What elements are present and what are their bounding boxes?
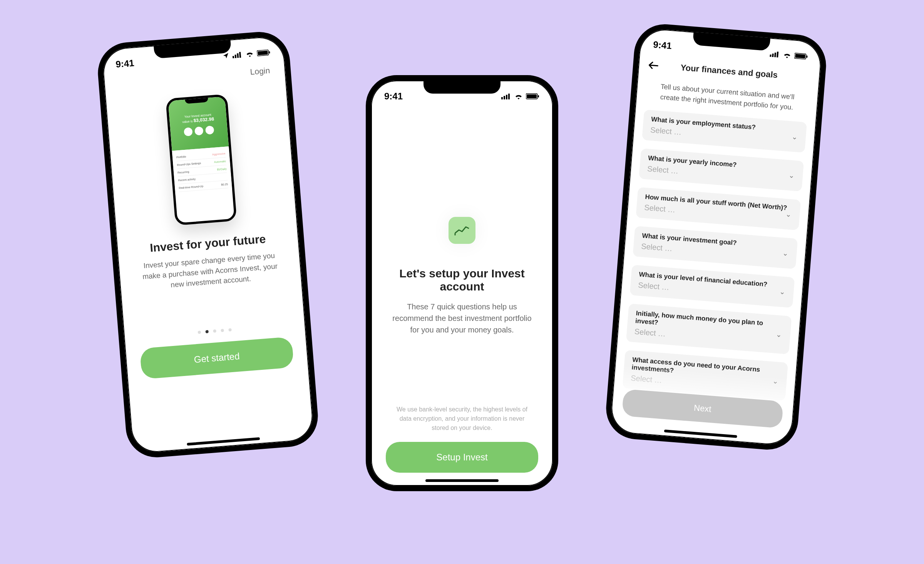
yearly-income-select[interactable]: What is your yearly income? Select … ⌄ bbox=[639, 148, 804, 191]
page-description: These 7 quick questions help us recommen… bbox=[371, 293, 553, 336]
wifi-icon bbox=[783, 52, 792, 59]
page-title: Let's setup your Invest account bbox=[371, 267, 553, 293]
svg-rect-1 bbox=[235, 55, 237, 58]
battery-icon bbox=[794, 53, 808, 60]
cellular-icon bbox=[232, 51, 243, 58]
invest-balance: $3,032.98 bbox=[193, 116, 214, 123]
svg-rect-14 bbox=[770, 54, 771, 57]
page-indicator bbox=[124, 322, 305, 339]
chevron-down-icon: ⌄ bbox=[791, 132, 798, 141]
svg-rect-17 bbox=[777, 52, 778, 57]
list-value: Aggressive bbox=[212, 152, 226, 156]
svg-rect-13 bbox=[538, 95, 539, 97]
svg-rect-19 bbox=[795, 54, 805, 59]
invest-action-circles bbox=[170, 124, 228, 138]
svg-rect-3 bbox=[239, 52, 241, 58]
svg-rect-2 bbox=[237, 53, 239, 58]
svg-rect-16 bbox=[774, 52, 776, 57]
status-right-icons bbox=[222, 49, 271, 60]
list-value bbox=[227, 175, 228, 178]
list-value: $5/Daily bbox=[217, 168, 227, 171]
battery-icon bbox=[257, 49, 271, 57]
svg-rect-7 bbox=[501, 97, 503, 99]
chevron-down-icon: ⌄ bbox=[779, 287, 786, 296]
list-label: Round-Ups Settings bbox=[177, 162, 201, 166]
list-label: Recurring bbox=[177, 170, 189, 174]
list-value: $0.25 bbox=[221, 183, 228, 186]
withdraw-circle-icon bbox=[205, 126, 214, 135]
initial-investment-select[interactable]: Initially, how much money do you plan to… bbox=[626, 304, 792, 354]
phone-onboarding-intro: 9:41 Login Your Invest account value is … bbox=[95, 30, 320, 460]
list-label: Portfolio bbox=[176, 155, 186, 159]
invest-value-prefix: value is bbox=[182, 119, 194, 124]
chevron-down-icon: ⌄ bbox=[788, 171, 795, 180]
questions-scroll-area[interactable]: What is your employment status? Select …… bbox=[611, 101, 817, 422]
status-time: 9:41 bbox=[115, 58, 134, 70]
page-dot[interactable] bbox=[213, 329, 216, 333]
list-label: Real-time Round-Up bbox=[179, 185, 203, 189]
battery-icon bbox=[526, 93, 540, 99]
svg-rect-10 bbox=[508, 94, 510, 99]
wifi-icon bbox=[514, 93, 523, 99]
phone-finances-form: 9:41 Your finances and goals Tell us abo… bbox=[604, 22, 828, 452]
investment-goal-select[interactable]: What is your investment goal? Select … ⌄ bbox=[633, 226, 798, 269]
device-notch bbox=[424, 80, 500, 94]
onetime-circle-icon bbox=[194, 126, 204, 136]
page-dot[interactable] bbox=[198, 331, 201, 334]
chevron-down-icon: ⌄ bbox=[785, 210, 792, 218]
roundups-circle-icon bbox=[184, 127, 193, 136]
status-right-icons bbox=[501, 93, 540, 99]
net-worth-select[interactable]: How much is all your stuff worth (Net Wo… bbox=[636, 187, 801, 230]
invest-preview-header: Your Invest account value is $3,032.98 bbox=[168, 96, 229, 151]
svg-rect-6 bbox=[269, 51, 270, 54]
status-time: 9:41 bbox=[653, 39, 672, 52]
invest-preview-device: Your Invest account value is $3,032.98 P… bbox=[166, 94, 237, 226]
page-dot[interactable] bbox=[221, 329, 224, 332]
status-time: 9:41 bbox=[384, 91, 403, 102]
security-footnote: We use bank-level security, the highest … bbox=[371, 405, 553, 433]
chevron-down-icon: ⌄ bbox=[782, 248, 788, 257]
status-right-icons bbox=[770, 51, 808, 60]
invest-preview-list: PortfolioAggressive Round-Ups SettingsAu… bbox=[172, 146, 233, 195]
chevron-down-icon: ⌄ bbox=[772, 376, 778, 385]
list-label: Recent activity bbox=[178, 178, 196, 182]
home-indicator[interactable] bbox=[187, 437, 260, 446]
setup-invest-button[interactable]: Setup Invest bbox=[386, 442, 538, 473]
financial-education-select[interactable]: What is your level of financial educatio… bbox=[629, 265, 795, 308]
page-dot-active[interactable] bbox=[205, 330, 209, 333]
svg-rect-0 bbox=[233, 56, 234, 58]
cellular-icon bbox=[770, 51, 780, 58]
svg-rect-12 bbox=[527, 94, 537, 98]
svg-rect-9 bbox=[506, 95, 507, 99]
svg-rect-8 bbox=[504, 96, 505, 99]
phone-setup-intro: 9:41 Let's setup your Invest account The… bbox=[366, 75, 558, 491]
svg-rect-15 bbox=[772, 54, 774, 57]
get-started-button[interactable]: Get started bbox=[140, 336, 294, 379]
page-dot[interactable] bbox=[228, 328, 232, 332]
svg-rect-5 bbox=[258, 50, 268, 55]
employment-status-select[interactable]: What is your employment status? Select …… bbox=[642, 109, 807, 153]
wifi-icon bbox=[245, 50, 254, 57]
chart-line-icon bbox=[449, 217, 475, 244]
home-indicator[interactable] bbox=[425, 479, 499, 482]
home-indicator[interactable] bbox=[664, 430, 737, 438]
cellular-icon bbox=[501, 93, 511, 99]
list-value: Automatic bbox=[214, 160, 226, 163]
chevron-down-icon: ⌄ bbox=[776, 330, 782, 339]
svg-rect-20 bbox=[806, 55, 807, 58]
